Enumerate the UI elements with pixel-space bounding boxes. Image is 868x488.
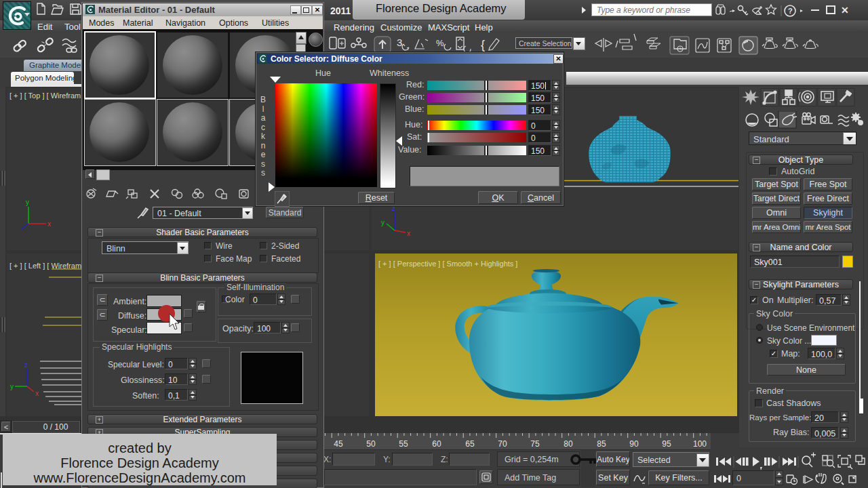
- svg-text:3: 3: [397, 37, 402, 48]
- svg-text:x: x: [35, 390, 39, 397]
- svg-text:{: {: [481, 38, 485, 52]
- svg-text:%: %: [436, 38, 444, 48]
- svg-text:y: y: [381, 219, 384, 226]
- svg-text:z: z: [24, 361, 28, 369]
- svg-text:?: ?: [788, 7, 793, 15]
- svg-text:x: x: [47, 220, 51, 228]
- svg-text:y: y: [10, 383, 14, 390]
- svg-text:y: y: [26, 199, 29, 206]
- svg-text:x: x: [407, 230, 410, 237]
